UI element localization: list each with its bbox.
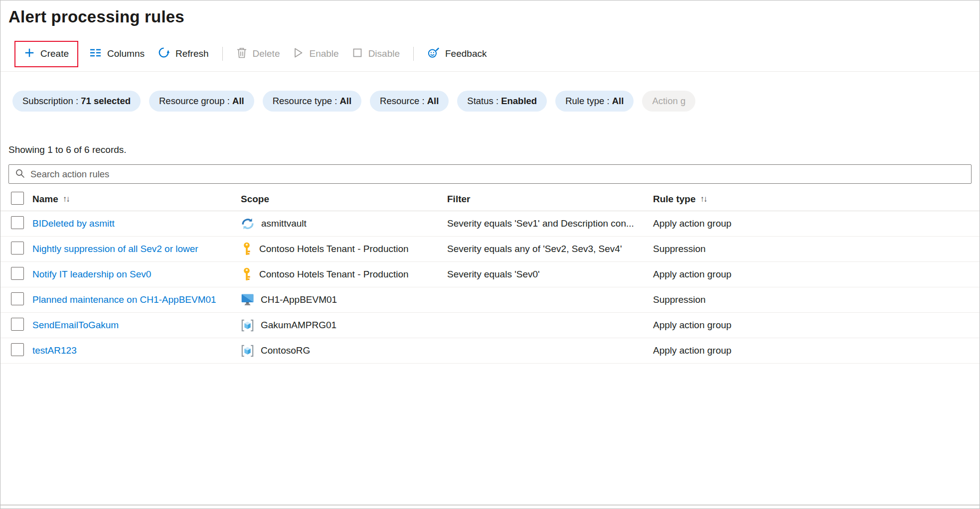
column-header-name[interactable]: Name ↑↓ [32, 194, 241, 205]
rule-name-link[interactable]: testAR123 [32, 345, 77, 356]
row-checkbox[interactable] [11, 242, 24, 254]
filter-pill-resource-group[interactable]: Resource group : All [149, 91, 254, 112]
disable-button[interactable]: Disable [345, 43, 406, 65]
enable-button-label: Enable [309, 48, 338, 59]
filter-pill-status[interactable]: Status : Enabled [457, 91, 547, 112]
rule-name-link[interactable]: BIDeleted by asmitt [32, 218, 115, 229]
search-box [8, 164, 972, 184]
create-button-highlight: Create [14, 41, 78, 67]
table-row: Planned maintenance on CH1-AppBEVM01 CH1… [0, 287, 980, 313]
subscription-key-icon [241, 242, 253, 256]
feedback-button[interactable]: Feedback [421, 42, 493, 66]
columns-button-label: Columns [107, 48, 145, 59]
row-checkbox[interactable] [11, 267, 24, 280]
filter-pill-rule-type[interactable]: Rule type : All [555, 91, 634, 112]
table-row: Notify IT leadership on Sev0 Contoso Hot… [0, 262, 980, 287]
records-summary: Showing 1 to 6 of 6 records. [8, 144, 972, 155]
rule-type-cell: Suppression [653, 244, 972, 254]
columns-icon [90, 48, 102, 60]
create-button[interactable]: Create [17, 43, 75, 65]
filter-pill-action-group-truncated[interactable]: Action g [642, 91, 695, 112]
filter-cell: Severity equals any of 'Sev2, Sev3, Sev4… [447, 244, 653, 254]
toolbar-divider [413, 47, 414, 61]
scope-label: ContosoRG [261, 345, 310, 356]
toolbar-divider-line [0, 71, 980, 72]
sort-icon[interactable]: ↑↓ [700, 194, 707, 204]
table-row: Nightly suppression of all Sev2 or lower… [0, 237, 980, 262]
trash-icon [236, 47, 247, 61]
filter-pill-resource[interactable]: Resource : All [370, 91, 449, 112]
recovery-vault-icon [241, 217, 255, 231]
toolbar-divider [222, 47, 223, 61]
rule-type-cell: Apply action group [653, 269, 972, 280]
resource-group-icon [241, 344, 254, 358]
delete-button-label: Delete [253, 48, 280, 59]
table-row: BIDeleted by asmitt asmittvault Severity… [0, 211, 980, 237]
disable-button-label: Disable [368, 48, 400, 59]
rule-name-link[interactable]: Planned maintenance on CH1-AppBEVM01 [32, 294, 216, 305]
filter-cell: Severity equals 'Sev1' and Description c… [447, 218, 653, 229]
row-checkbox[interactable] [11, 292, 24, 305]
page-title: Alert processing rules [8, 7, 972, 26]
table-row: testAR123 ContosoRG Apply action group [0, 338, 980, 364]
stop-icon [352, 47, 363, 61]
resource-group-icon [241, 319, 254, 332]
create-button-label: Create [40, 48, 69, 59]
rule-name-link[interactable]: SendEmailToGakum [32, 320, 119, 330]
column-header-scope[interactable]: Scope [241, 194, 447, 205]
delete-button[interactable]: Delete [230, 42, 287, 66]
search-input[interactable] [30, 169, 965, 180]
rule-type-cell: Apply action group [653, 345, 972, 356]
feedback-icon [427, 46, 440, 61]
columns-button[interactable]: Columns [83, 43, 151, 65]
filter-bar-fade [734, 91, 781, 112]
rule-type-cell: Apply action group [653, 320, 972, 331]
scope-label: GakumAMPRG01 [261, 320, 336, 331]
table-header: Name ↑↓ Scope Filter Rule type ↑↓ [0, 188, 980, 211]
row-checkbox[interactable] [11, 318, 24, 331]
filter-bar: Subscription : 71 selected Resource grou… [12, 91, 781, 112]
bottom-divider [0, 505, 980, 506]
select-all-checkbox[interactable] [11, 192, 24, 205]
rule-type-cell: Suppression [653, 294, 972, 305]
enable-button[interactable]: Enable [286, 42, 345, 66]
table-row: SendEmailToGakum GakumAMPRG01 Apply acti… [0, 313, 980, 338]
scope-label: CH1-AppBEVM01 [261, 294, 337, 305]
filter-pill-resource-type[interactable]: Resource type : All [263, 91, 361, 112]
refresh-icon [158, 46, 170, 61]
refresh-button[interactable]: Refresh [151, 42, 215, 66]
rule-name-link[interactable]: Notify IT leadership on Sev0 [32, 269, 151, 279]
plus-icon [24, 47, 35, 61]
scope-label: Contoso Hotels Tenant - Production [259, 269, 409, 280]
virtual-machine-icon [241, 293, 254, 306]
sort-icon[interactable]: ↑↓ [63, 194, 69, 204]
column-header-rule-type[interactable]: Rule type ↑↓ [653, 194, 972, 205]
row-checkbox[interactable] [11, 216, 24, 229]
scope-label: Contoso Hotels Tenant - Production [259, 244, 409, 254]
play-icon [293, 47, 304, 61]
search-icon [15, 168, 25, 180]
filter-pill-subscription[interactable]: Subscription : 71 selected [12, 91, 141, 112]
feedback-button-label: Feedback [445, 48, 487, 59]
row-checkbox[interactable] [11, 343, 24, 356]
rule-name-link[interactable]: Nightly suppression of all Sev2 or lower [32, 244, 198, 254]
scope-label: asmittvault [261, 218, 307, 229]
alert-processing-rules-page: Alert processing rules Create Columns Re… [0, 0, 980, 509]
filter-cell: Severity equals 'Sev0' [447, 269, 653, 280]
column-header-filter[interactable]: Filter [447, 194, 653, 205]
refresh-button-label: Refresh [175, 48, 209, 59]
subscription-key-icon [241, 267, 253, 281]
toolbar: Create Columns Refresh Delete [14, 41, 972, 66]
rule-type-cell: Apply action group [653, 218, 972, 229]
